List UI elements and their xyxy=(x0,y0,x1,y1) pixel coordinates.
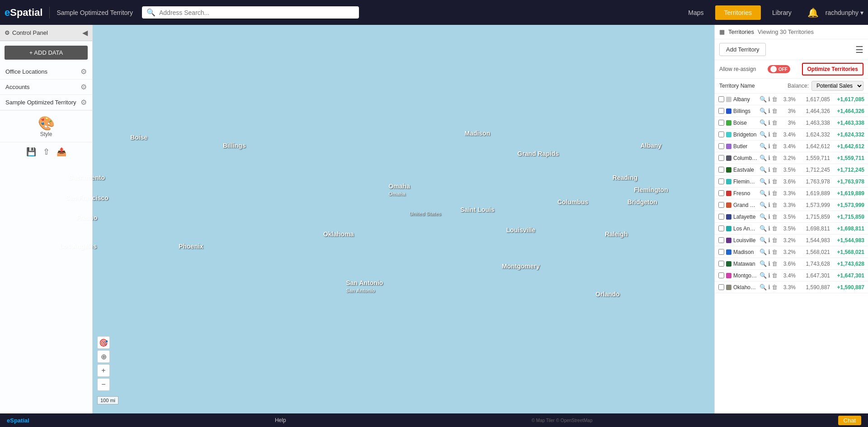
export-btn[interactable]: 📤 xyxy=(57,147,66,157)
nav-territories[interactable]: Territories xyxy=(715,5,761,20)
info-icon-10[interactable]: ℹ xyxy=(768,213,770,220)
info-icon-8[interactable]: ℹ xyxy=(768,190,770,197)
delete-icon-2[interactable]: 🗑 xyxy=(772,119,778,126)
territory-row[interactable]: Flemington 🔍 ℹ 🗑 3.6% 1,763,978 +1,763,9… xyxy=(715,176,868,188)
delete-icon-15[interactable]: 🗑 xyxy=(772,272,778,279)
territory-checkbox-0[interactable] xyxy=(718,96,724,102)
info-icon-6[interactable]: ℹ xyxy=(768,166,770,173)
layer-settings-icon[interactable]: ⚙ xyxy=(80,67,87,76)
info-icon-3[interactable]: ℹ xyxy=(768,131,770,138)
chat-btn[interactable]: Chat xyxy=(838,416,861,425)
territory-checkbox-15[interactable] xyxy=(718,272,724,278)
bell-icon[interactable]: 🔔 xyxy=(807,7,819,18)
zoom-icon-4[interactable]: 🔍 xyxy=(760,143,767,150)
nav-maps[interactable]: Maps xyxy=(679,5,712,20)
info-icon-1[interactable]: ℹ xyxy=(768,108,770,114)
zoom-icon-8[interactable]: 🔍 xyxy=(760,190,767,197)
collapse-panel-btn[interactable]: ◀ xyxy=(82,28,88,37)
info-icon-2[interactable]: ℹ xyxy=(768,119,770,126)
territory-checkbox-3[interactable] xyxy=(718,131,724,137)
delete-icon-1[interactable]: 🗑 xyxy=(772,108,778,114)
delete-icon-11[interactable]: 🗑 xyxy=(772,225,778,232)
territory-checkbox-9[interactable] xyxy=(718,202,724,208)
territory-checkbox-6[interactable] xyxy=(718,167,724,173)
info-icon-14[interactable]: ℹ xyxy=(768,260,770,267)
territory-checkbox-16[interactable] xyxy=(718,284,724,290)
territory-checkbox-4[interactable] xyxy=(718,143,724,149)
delete-icon-6[interactable]: 🗑 xyxy=(772,166,778,173)
info-icon-0[interactable]: ℹ xyxy=(768,96,770,103)
delete-icon-8[interactable]: 🗑 xyxy=(772,190,778,197)
nav-library[interactable]: Library xyxy=(763,5,801,20)
territory-row[interactable]: Eastvale 🔍 ℹ 🗑 3.5% 1,712,245 +1,712,245 xyxy=(715,164,868,176)
territory-row[interactable]: Columbus 🔍 ℹ 🗑 3.2% 1,559,711 +1,559,711 xyxy=(715,152,868,164)
zoom-icon-16[interactable]: 🔍 xyxy=(760,284,767,291)
compass-btn[interactable]: ⊕ xyxy=(97,350,110,363)
zoom-icon-12[interactable]: 🔍 xyxy=(760,237,767,244)
zoom-icon-11[interactable]: 🔍 xyxy=(760,225,767,232)
zoom-icon-9[interactable]: 🔍 xyxy=(760,202,767,208)
territory-row[interactable]: Boise 🔍 ℹ 🗑 3% 1,463,338 +1,463,338 xyxy=(715,117,868,129)
territory-row[interactable]: Billings 🔍 ℹ 🗑 3% 1,464,326 +1,464,326 xyxy=(715,105,868,117)
optimize-territories-btn[interactable]: Optimize Territories xyxy=(802,63,863,75)
zoom-icon-14[interactable]: 🔍 xyxy=(760,260,767,267)
territory-checkbox-12[interactable] xyxy=(718,237,724,243)
territory-checkbox-7[interactable] xyxy=(718,178,724,184)
zoom-icon-5[interactable]: 🔍 xyxy=(760,155,767,161)
territory-checkbox-1[interactable] xyxy=(718,108,724,114)
locate-btn[interactable]: 🎯 xyxy=(97,336,110,349)
territory-row[interactable]: Fresno 🔍 ℹ 🗑 3.3% 1,619,889 +1,619,889 xyxy=(715,188,868,199)
add-territory-btn[interactable]: Add Territory xyxy=(719,43,766,56)
delete-icon-3[interactable]: 🗑 xyxy=(772,131,778,138)
delete-icon-14[interactable]: 🗑 xyxy=(772,260,778,267)
delete-icon-5[interactable]: 🗑 xyxy=(772,155,778,161)
layer-item-office[interactable]: Office Locations ⚙ xyxy=(0,64,92,80)
territory-row[interactable]: Butler 🔍 ℹ 🗑 3.4% 1,642,612 +1,642,612 xyxy=(715,141,868,152)
zoom-icon-2[interactable]: 🔍 xyxy=(760,119,767,126)
search-input[interactable] xyxy=(159,9,354,16)
info-icon-12[interactable]: ℹ xyxy=(768,237,770,244)
territory-row[interactable]: Grand Rapids 🔍 ℹ 🗑 3.3% 1,573,999 +1,573… xyxy=(715,199,868,211)
zoom-icon-0[interactable]: 🔍 xyxy=(760,96,767,103)
zoom-out-btn[interactable]: − xyxy=(97,378,110,391)
territory-row[interactable]: Lafayette 🔍 ℹ 🗑 3.5% 1,715,859 +1,715,85… xyxy=(715,211,868,223)
footer-help-link[interactable]: Help xyxy=(275,417,286,423)
user-menu[interactable]: rachdunphy ▾ xyxy=(826,9,863,16)
delete-icon-4[interactable]: 🗑 xyxy=(772,143,778,150)
territory-row[interactable]: Oklahoma 🔍 ℹ 🗑 3.3% 1,590,887 +1,590,887 xyxy=(715,282,868,293)
zoom-icon-7[interactable]: 🔍 xyxy=(760,178,767,185)
zoom-icon-1[interactable]: 🔍 xyxy=(760,108,767,114)
layer-item-accounts[interactable]: Accounts ⚙ xyxy=(0,80,92,95)
territory-checkbox-10[interactable] xyxy=(718,214,724,220)
territory-row[interactable]: Madison 🔍 ℹ 🗑 3.2% 1,568,021 +1,568,021 xyxy=(715,246,868,258)
territory-row[interactable]: Montgomery 🔍 ℹ 🗑 3.4% 1,647,301 +1,647,3… xyxy=(715,270,868,282)
zoom-icon-3[interactable]: 🔍 xyxy=(760,131,767,138)
territory-checkbox-5[interactable] xyxy=(718,155,724,161)
territory-checkbox-8[interactable] xyxy=(718,190,724,196)
territory-row[interactable]: Louisville 🔍 ℹ 🗑 3.2% 1,544,983 +1,544,9… xyxy=(715,235,868,246)
zoom-icon-15[interactable]: 🔍 xyxy=(760,272,767,279)
layer-settings-icon-3[interactable]: ⚙ xyxy=(80,98,87,107)
info-icon-4[interactable]: ℹ xyxy=(768,143,770,150)
save-btn[interactable]: 💾 xyxy=(26,147,36,157)
info-icon-7[interactable]: ℹ xyxy=(768,178,770,185)
territory-checkbox-11[interactable] xyxy=(718,225,724,231)
address-search-bar[interactable]: 🔍 xyxy=(142,6,359,19)
balance-dropdown[interactable]: Potential Sales xyxy=(811,81,863,91)
info-icon-11[interactable]: ℹ xyxy=(768,225,770,232)
territory-checkbox-2[interactable] xyxy=(718,120,724,126)
layer-item-territory[interactable]: Sample Optimized Territory ⚙ xyxy=(0,95,92,110)
info-icon-16[interactable]: ℹ xyxy=(768,284,770,291)
share-btn[interactable]: ⇧ xyxy=(43,147,50,157)
zoom-icon-10[interactable]: 🔍 xyxy=(760,213,767,220)
delete-icon-9[interactable]: 🗑 xyxy=(772,202,778,208)
delete-icon-0[interactable]: 🗑 xyxy=(772,96,778,103)
territory-checkbox-14[interactable] xyxy=(718,261,724,267)
info-icon-15[interactable]: ℹ xyxy=(768,272,770,279)
zoom-in-btn[interactable]: + xyxy=(97,364,110,377)
allow-reassign-toggle[interactable]: OFF xyxy=(768,65,790,73)
delete-icon-10[interactable]: 🗑 xyxy=(772,213,778,220)
hamburger-menu-btn[interactable]: ☰ xyxy=(855,44,863,55)
territory-row[interactable]: Bridgeton 🔍 ℹ 🗑 3.4% 1,624,332 +1,624,33… xyxy=(715,129,868,141)
zoom-icon-6[interactable]: 🔍 xyxy=(760,166,767,173)
